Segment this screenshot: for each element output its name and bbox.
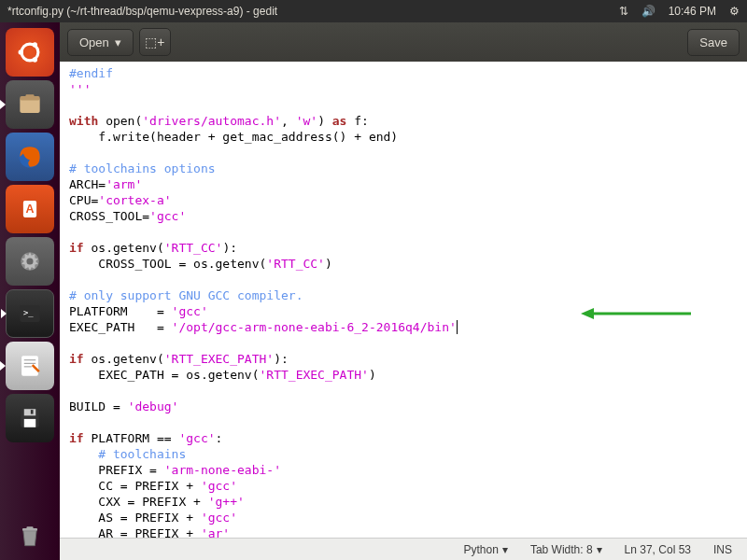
launcher-arrow-icon [0, 361, 6, 371]
system-topbar: *rtconfig.py (~/rt-thread/bsp/qemu-vexpr… [0, 0, 747, 22]
editor-area[interactable]: #endif ''' with open('drivers/automac.h'… [60, 62, 747, 538]
launcher-gedit[interactable] [6, 342, 54, 390]
ubuntu-logo-icon [15, 37, 45, 67]
svg-point-1 [19, 49, 23, 54]
window-title: *rtconfig.py (~/rt-thread/bsp/qemu-vexpr… [7, 5, 619, 18]
gear-icon[interactable]: ⚙ [729, 5, 740, 18]
launcher-arrow-icon [0, 100, 6, 109]
svg-text:>_: >_ [23, 308, 34, 317]
launcher-settings[interactable] [6, 237, 54, 286]
open-label: Open [79, 35, 109, 49]
statusbar: Python▾ Tab Width: 8▾ Ln 37, Col 53 INS [60, 538, 747, 560]
toolbar: Open▾ ⬚+ Save [60, 22, 747, 62]
svg-point-11 [26, 258, 33, 264]
svg-rect-23 [26, 526, 33, 529]
svg-text:A: A [26, 203, 35, 216]
chevron-down-icon: ▾ [115, 35, 121, 49]
svg-rect-6 [26, 94, 35, 98]
volume-icon[interactable]: 🔊 [641, 5, 655, 18]
language-selector[interactable]: Python▾ [464, 543, 508, 556]
svg-point-3 [33, 57, 37, 62]
arrow-icon [581, 304, 693, 323]
svg-marker-25 [581, 308, 594, 319]
svg-rect-21 [31, 410, 34, 413]
svg-rect-20 [24, 419, 35, 427]
launcher-arrow-icon [1, 309, 7, 318]
svg-rect-14 [21, 356, 38, 375]
svg-rect-19 [24, 409, 35, 415]
terminal-icon: >_ [15, 299, 45, 329]
launcher-software[interactable]: A [6, 185, 54, 233]
launcher-trash[interactable] [6, 511, 54, 560]
clock[interactable]: 10:46 PM [669, 5, 716, 18]
launcher-dash[interactable] [6, 28, 54, 77]
trash-icon [15, 521, 45, 551]
open-button[interactable]: Open▾ [67, 29, 134, 56]
floppy-icon [15, 403, 45, 433]
system-indicators: ⇅ 🔊 10:46 PM ⚙ [619, 5, 740, 18]
launcher-terminal[interactable]: >_ [6, 289, 54, 338]
insert-mode[interactable]: INS [713, 543, 732, 556]
annotation-arrow [581, 273, 693, 339]
chevron-down-icon: ▾ [597, 543, 602, 556]
launcher-firefox[interactable] [6, 133, 54, 181]
launcher-save[interactable] [6, 394, 54, 442]
unity-launcher: A >_ [0, 22, 60, 560]
svg-point-2 [33, 42, 37, 47]
gedit-window: Open▾ ⬚+ Save #endif ''' with open('driv… [60, 22, 747, 560]
save-label: Save [699, 35, 727, 49]
chevron-down-icon: ▾ [502, 543, 508, 556]
new-tab-icon: ⬚+ [145, 35, 164, 49]
cursor-position: Ln 37, Col 53 [625, 543, 691, 556]
launcher-files[interactable] [6, 80, 54, 129]
network-icon[interactable]: ⇅ [619, 5, 628, 18]
tabwidth-selector[interactable]: Tab Width: 8▾ [530, 543, 602, 556]
gedit-icon [15, 351, 45, 381]
settings-icon [15, 246, 45, 276]
new-tab-button[interactable]: ⬚+ [139, 28, 171, 56]
files-icon [15, 90, 45, 119]
firefox-icon [15, 142, 45, 172]
software-icon: A [15, 194, 45, 224]
save-button[interactable]: Save [687, 29, 740, 56]
